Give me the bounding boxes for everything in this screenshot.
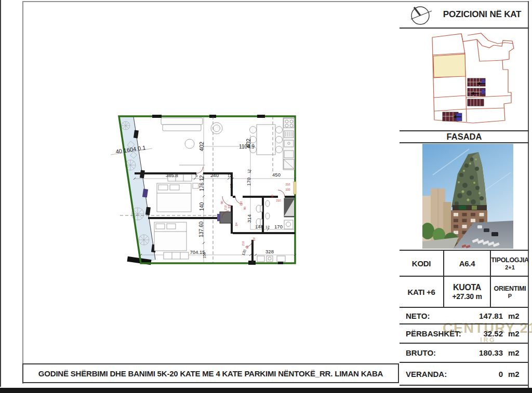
fasada-section-title: FASADA xyxy=(400,132,529,142)
tipologjia-cell: TIPOLOGJIA 2+1 xyxy=(491,251,529,276)
bedroom1-furniture xyxy=(157,174,198,212)
bathroom-fixtures xyxy=(256,198,294,262)
dim-label: 146 xyxy=(255,224,263,229)
kodi-cell: KODI xyxy=(400,251,443,276)
bruto-row: BRUTO: 180.33 m2 xyxy=(400,343,528,362)
dim-label: 12 xyxy=(230,184,233,188)
sidebar-divider xyxy=(0,0,1,387)
neto-label: NETO: xyxy=(406,311,430,320)
kodi-value: A6.4 xyxy=(459,259,475,268)
door-label: D4 xyxy=(235,222,238,226)
perbashket-row: PËRBASHKËT: 32.52 m2 xyxy=(400,323,528,343)
tipologjia-label: TIPOLOGJIA xyxy=(491,256,529,264)
entrance-accent xyxy=(217,214,220,221)
dim-label: 140 xyxy=(199,202,205,211)
sheet-border-right xyxy=(528,1,529,388)
door-label: D3 xyxy=(228,205,231,208)
site-plan-buildings xyxy=(443,78,485,121)
bruto-unit: m2 xyxy=(508,348,524,357)
project-title-bar: GODINË SHËRBIMI DHE BANIMI 5K-20 KATE ME… xyxy=(22,363,399,383)
site-plan-outline xyxy=(432,33,514,123)
veranda-value: 0 xyxy=(447,370,508,378)
bruto-value: 180.33 xyxy=(436,348,508,357)
kodi-value-cell: A6.4 xyxy=(444,251,490,276)
kuota-cell: KUOTA +27.30 m xyxy=(444,277,490,307)
dim-label: 5 xyxy=(195,173,198,178)
dining-kitchen xyxy=(250,118,295,170)
kodi-label: KODI xyxy=(412,259,431,268)
veranda-label: VERANDA: xyxy=(406,370,447,378)
divider xyxy=(400,28,529,29)
door-label: 210 xyxy=(240,201,243,206)
neto-unit: m2 xyxy=(508,311,524,320)
dim-label: 240 xyxy=(210,172,219,178)
dim-label: 402 xyxy=(198,142,205,151)
orientimi-label: ORIENTIMI xyxy=(494,285,526,292)
door-label: 90 xyxy=(271,195,274,198)
divider xyxy=(400,142,529,143)
plan-sheet: 40 1604 0.14021104.9402385.8524012450176… xyxy=(0,0,532,393)
project-title: GODINË SHËRBIMI DHE BANIMI 5K-20 KATE ME… xyxy=(38,369,383,378)
divider xyxy=(400,130,529,131)
orientimi-value: P xyxy=(508,293,512,299)
door-label: 210 xyxy=(224,205,227,210)
kuota-value: +27.30 m xyxy=(452,292,482,301)
dim-label: 170 xyxy=(274,224,283,229)
kati-cell: KATI +6 xyxy=(400,277,443,307)
bedroom2-furniture xyxy=(154,222,189,259)
perbashket-label: PËRBASHKËT: xyxy=(406,329,461,338)
door-label: 90 xyxy=(246,246,249,249)
facade-window xyxy=(294,182,296,194)
door-label: 90 xyxy=(220,201,223,204)
dim-label: 12 xyxy=(228,174,232,178)
tipologjia-value: 2+1 xyxy=(505,264,515,270)
floor-plan-svg: 40 1604 0.14021104.9402385.8524012450176… xyxy=(101,109,304,275)
dim-label: 385.8 xyxy=(166,172,178,178)
bottom-black-bar xyxy=(0,388,532,393)
perbashket-unit: m2 xyxy=(508,329,524,338)
dim-label: 176.12 xyxy=(199,175,205,191)
north-arrow-icon xyxy=(409,4,433,27)
dim-label: 170 xyxy=(246,178,251,186)
dim-label: 314 xyxy=(246,214,252,223)
sheet-border-left xyxy=(22,1,23,384)
entrance-door-block xyxy=(220,212,231,223)
dim-label: 328 xyxy=(265,249,274,254)
dim-label: 450 xyxy=(272,172,281,178)
sheet-border-top xyxy=(22,1,529,2)
dim-label: 137.60 xyxy=(198,221,204,237)
neto-row: NETO: 147.81 m2 xyxy=(400,307,528,323)
door-label: D3 xyxy=(252,237,256,241)
kuota-label: KUOTA xyxy=(453,283,481,292)
dim-label: 12 xyxy=(247,169,251,173)
neto-value: 147.81 xyxy=(430,311,508,320)
bruto-label: BRUTO: xyxy=(406,348,436,357)
dim-label: 402 xyxy=(245,139,251,148)
door-label: 210 xyxy=(242,241,245,246)
dim-label: 12 xyxy=(265,225,270,229)
dim-label: 150 xyxy=(203,252,206,259)
veranda-row: VERANDA: 0 m2 xyxy=(400,362,528,386)
door-label: 210 xyxy=(285,183,290,186)
position-section-title: POZICIONI NË KAT xyxy=(435,9,529,20)
kati-label: KATI +6 xyxy=(407,288,435,296)
door-label: 90 xyxy=(243,207,246,210)
highlighted-parcel xyxy=(433,54,466,77)
door-label: 210 xyxy=(276,199,281,202)
orientimi-cell: ORIENTIMI P xyxy=(491,277,529,307)
facade-image xyxy=(422,144,513,249)
perbashket-value: 32.52 xyxy=(461,329,508,338)
site-plan xyxy=(410,30,524,130)
door-label: 100 xyxy=(285,188,290,191)
veranda-unit: m2 xyxy=(508,370,524,378)
